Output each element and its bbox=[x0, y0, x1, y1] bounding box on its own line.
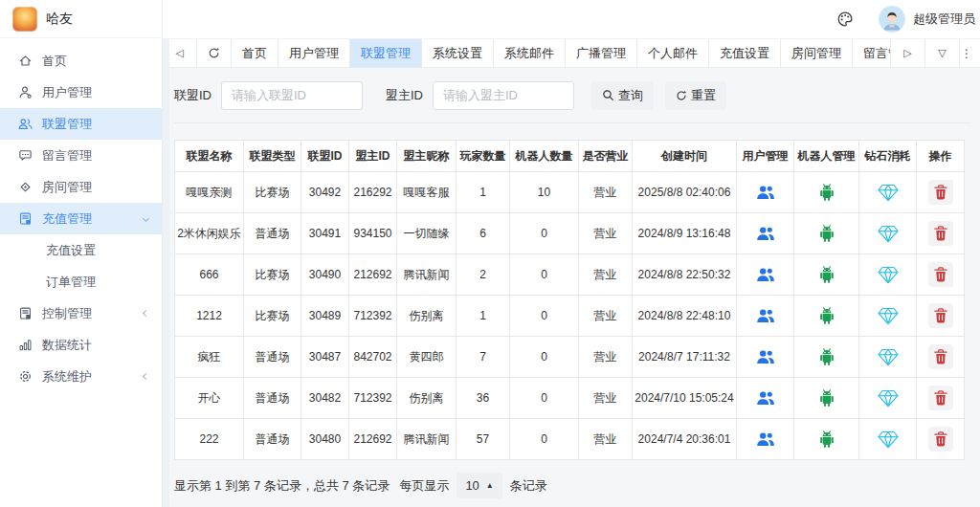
diamond-consume-button[interactable] bbox=[878, 184, 899, 202]
tab-recharge-settings[interactable]: 充值设置 bbox=[709, 39, 781, 67]
cell-type: 比赛场 bbox=[244, 254, 301, 296]
diamond-consume-button[interactable] bbox=[878, 348, 899, 366]
sidebar-item-message-manage[interactable]: 留言管理 bbox=[0, 140, 162, 171]
cell-owner-nick: 腾讯新闻 bbox=[397, 254, 457, 296]
diamond-consume-button[interactable] bbox=[878, 307, 899, 325]
tab-message-manage-clipped[interactable]: 留言管理 bbox=[853, 39, 891, 67]
tab-league-manage[interactable]: 联盟管理 bbox=[350, 39, 422, 67]
table-row: 666 比赛场 30490 212692 腾讯新闻 2 0 营业 2024/8/… bbox=[175, 254, 965, 296]
sidebar-item-control-manage[interactable]: 控制管理 bbox=[0, 298, 162, 329]
table-row: 222 普通场 30480 212692 腾讯新闻 57 0 营业 2024/7… bbox=[175, 419, 965, 460]
delete-button[interactable] bbox=[928, 303, 953, 328]
league-id-input[interactable] bbox=[221, 81, 363, 110]
users-icon bbox=[756, 308, 775, 323]
robot-manage-button[interactable] bbox=[817, 183, 836, 202]
sidebar-subitem-order-manage[interactable]: 订单管理 bbox=[0, 266, 162, 298]
diamond-consume-button[interactable] bbox=[878, 389, 899, 408]
delete-button[interactable] bbox=[928, 221, 953, 246]
user-manage-button[interactable] bbox=[756, 431, 775, 447]
sidebar-item-user-manage[interactable]: 用户管理 bbox=[0, 77, 162, 108]
user-manage-button[interactable] bbox=[756, 267, 775, 282]
owner-id-label: 盟主ID bbox=[386, 87, 423, 104]
user-manage-button[interactable] bbox=[756, 185, 775, 200]
cell-robots: 10 bbox=[510, 172, 579, 213]
user-manage-button[interactable] bbox=[756, 308, 775, 323]
per-page-label: 每页显示 bbox=[399, 477, 449, 495]
cell-name: 1212 bbox=[175, 296, 244, 337]
sidebar-item-system-maintain[interactable]: 系统维护 bbox=[0, 361, 162, 392]
sidebar-item-recharge-manage[interactable]: 充值管理 bbox=[0, 203, 162, 234]
user-manage-button[interactable] bbox=[756, 226, 775, 241]
col-owner-id: 盟主ID bbox=[349, 141, 397, 172]
message-icon bbox=[18, 148, 33, 163]
tab-broadcast-manage[interactable]: 广播管理 bbox=[566, 39, 637, 67]
delete-button[interactable] bbox=[928, 180, 953, 205]
robot-manage-button[interactable] bbox=[817, 224, 836, 243]
delete-button[interactable] bbox=[928, 427, 953, 452]
cell-league-id: 30489 bbox=[301, 296, 349, 337]
robot-manage-button[interactable] bbox=[817, 265, 836, 284]
cell-status: 营业 bbox=[579, 172, 633, 213]
cell-type: 普通场 bbox=[244, 213, 301, 254]
tabs-refresh-button[interactable] bbox=[197, 39, 232, 67]
users-icon bbox=[756, 349, 775, 364]
search-button[interactable]: 查询 bbox=[591, 81, 654, 110]
tab-home[interactable]: 首页 bbox=[232, 39, 278, 67]
cell-owner-nick: 一切随缘 bbox=[397, 213, 457, 254]
reset-icon bbox=[676, 90, 687, 101]
sidebar-subitem-recharge-settings[interactable]: 充值设置 bbox=[0, 234, 162, 266]
diamond-consume-button[interactable] bbox=[878, 225, 899, 243]
filter-bar: 联盟ID 盟主ID 查询 重置 bbox=[174, 68, 971, 123]
cell-type: 普通场 bbox=[244, 337, 301, 378]
tab-system-mail[interactable]: 系统邮件 bbox=[494, 39, 566, 67]
col-actions: 操作 bbox=[917, 141, 965, 172]
delete-button[interactable] bbox=[928, 344, 953, 369]
sidebar-item-label: 充值管理 bbox=[42, 210, 92, 228]
robot-manage-button[interactable] bbox=[817, 388, 836, 408]
users-icon bbox=[756, 431, 775, 447]
owner-id-input[interactable] bbox=[433, 81, 574, 110]
delete-button[interactable] bbox=[928, 386, 953, 410]
tab-room-manage[interactable]: 房间管理 bbox=[781, 39, 853, 67]
pagination-summary: 显示第 1 到第 7 条记录，总共 7 条记录 bbox=[174, 477, 390, 495]
league-id-label: 联盟ID bbox=[174, 87, 212, 104]
tab-system-settings[interactable]: 系统设置 bbox=[422, 39, 494, 67]
scrollbar-track[interactable] bbox=[163, 38, 169, 507]
robot-manage-button[interactable] bbox=[817, 430, 836, 449]
user-manage-button[interactable] bbox=[756, 390, 775, 406]
cell-players: 6 bbox=[457, 213, 510, 254]
theme-button[interactable] bbox=[836, 11, 854, 28]
page-size-select[interactable]: 10 ▲ bbox=[457, 473, 501, 498]
tabs-forward-button[interactable]: ▷ bbox=[891, 39, 925, 67]
sidebar-item-home[interactable]: 首页 bbox=[0, 45, 162, 77]
avatar[interactable] bbox=[879, 6, 905, 33]
cell-league-id: 30482 bbox=[301, 378, 349, 419]
table-row: 2米休闲娱乐 普通场 30491 934150 一切随缘 6 0 营业 2024… bbox=[175, 213, 965, 254]
tab-label: 联盟管理 bbox=[361, 45, 411, 62]
android-icon bbox=[817, 224, 836, 243]
tab-label: 用户管理 bbox=[289, 45, 339, 62]
android-icon bbox=[817, 306, 836, 325]
diamond-icon bbox=[878, 225, 899, 243]
tabs-dropdown-button[interactable]: ▽ bbox=[925, 39, 960, 67]
tab-personal-mail[interactable]: 个人邮件 bbox=[637, 39, 709, 67]
sidebar-nav: 首页 用户管理 联盟管理 留言管理 房间管理 充值管理 bbox=[0, 38, 162, 392]
sidebar-item-label: 留言管理 bbox=[42, 147, 92, 165]
sidebar-item-room-manage[interactable]: 房间管理 bbox=[0, 171, 162, 203]
diamond-consume-button[interactable] bbox=[878, 430, 899, 449]
col-league-name: 联盟名称 bbox=[175, 141, 244, 172]
diamond-consume-button[interactable] bbox=[878, 266, 899, 284]
recharge-icon bbox=[18, 211, 33, 226]
robot-manage-button[interactable] bbox=[817, 347, 836, 366]
cell-league-id: 30491 bbox=[301, 213, 349, 254]
robot-manage-button[interactable] bbox=[817, 306, 836, 325]
user-manage-button[interactable] bbox=[756, 349, 775, 364]
users-icon bbox=[756, 185, 775, 200]
tab-user-manage[interactable]: 用户管理 bbox=[278, 39, 350, 67]
delete-button[interactable] bbox=[928, 262, 953, 287]
cell-league-id: 30492 bbox=[301, 172, 349, 213]
sidebar-item-league-manage[interactable]: 联盟管理 bbox=[0, 108, 162, 140]
sidebar-item-data-stats[interactable]: 数据统计 bbox=[0, 329, 162, 361]
dropdown-icon: ▽ bbox=[938, 47, 946, 59]
reset-button[interactable]: 重置 bbox=[665, 81, 726, 110]
